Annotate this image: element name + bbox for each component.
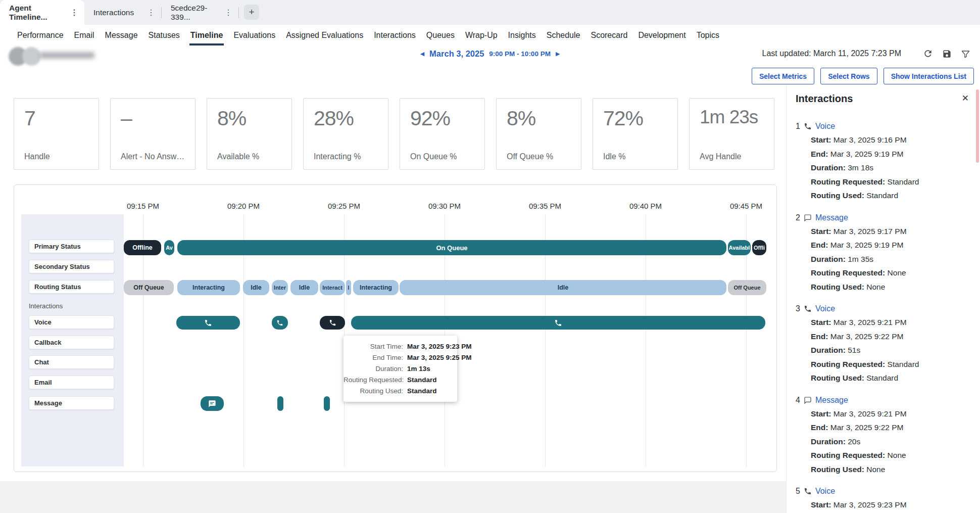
next-date-button[interactable]: ▶ [556,51,560,57]
nav-statuses[interactable]: Statuses [148,25,181,45]
field-routing-requested: Routing Requested: None [796,266,971,280]
metric-card-idle: 72% Idle % [593,98,678,170]
field-duration: Duration: 20s [796,435,971,449]
time-range: 9:00 PM - 10:00 PM [489,50,551,58]
list-item: 4 Message Start: Mar 3, 2025 9:21 PM End… [796,394,971,477]
metric-label: Idle % [603,152,674,161]
metric-value: 72% [603,107,674,130]
nav-queues[interactable]: Queues [425,25,456,45]
metric-label: Handle [24,152,95,161]
footer-strip [0,481,786,513]
field-duration: Duration: 3m 18s [796,161,971,175]
metric-value: – [121,107,192,130]
list-item: 5 Voice Start: Mar 3, 2025 9:23 PM [796,485,971,512]
message-interaction-pill[interactable] [277,396,283,411]
interaction-number: 4 [796,396,800,405]
metric-value: 8% [507,107,578,130]
axis-tick: 09:45 PM [723,202,769,210]
voice-interaction-pill[interactable] [351,316,765,330]
refresh-icon[interactable] [922,48,934,60]
voice-interaction-pill[interactable] [272,316,288,330]
show-interactions-list-button[interactable]: Show Interactions List [884,68,974,84]
nav-wrap-up[interactable]: Wrap-Up [464,25,499,45]
message-interaction-pill[interactable] [324,396,330,411]
phone-icon [804,487,812,495]
nav-topics[interactable]: Topics [696,25,720,45]
window-tab-interactions[interactable]: Interactions ⋮ [84,0,161,25]
new-tab-button[interactable]: + [244,5,259,20]
tab-menu-icon[interactable]: ⋮ [219,8,232,17]
metric-label: Alert - No Answ… [121,152,192,161]
filter-icon[interactable] [959,48,971,60]
nav-interactions[interactable]: Interactions [373,25,417,45]
routing-status-segment[interactable]: Idle [243,280,269,295]
metric-label: Avg Handle [700,152,771,161]
phone-icon [804,122,812,130]
nav-performance[interactable]: Performance [16,25,65,45]
routing-status-segment[interactable]: I [346,280,351,295]
voice-interaction-pill[interactable] [176,316,240,330]
tooltip-label: Routing Requested: [344,376,403,384]
nav-timeline[interactable]: Timeline [189,25,224,45]
nav-insights[interactable]: Insights [507,25,537,45]
primary-status-segment[interactable]: Offline [124,240,161,255]
tab-menu-icon[interactable]: ⋮ [65,8,78,17]
interaction-type-link[interactable]: Message [815,213,848,222]
field-end: End: Mar 3, 2025 9:22 PM [796,421,971,435]
nav-scorecard[interactable]: Scorecard [590,25,628,45]
primary-status-segment[interactable]: Av [164,240,174,255]
routing-status-segment[interactable]: Inter [272,280,288,295]
nav-assigned-evaluations[interactable]: Assigned Evaluations [285,25,364,45]
select-rows-button[interactable]: Select Rows [820,68,877,84]
interaction-number: 3 [796,304,800,313]
window-tab-agent-timeline[interactable]: Agent Timeline... ⋮ [0,0,84,25]
primary-status-segment[interactable]: On Queue [177,240,726,255]
scrollbar-thumb[interactable] [976,89,979,163]
field-routing-requested: Routing Requested: None [796,448,971,462]
metric-label: Off Queue % [507,152,578,161]
row-section-interactions: Interactions [29,302,63,310]
interaction-type-link[interactable]: Message [815,396,848,405]
list-item: 1 Voice Start: Mar 3, 2025 9:16 PM End: … [796,120,971,203]
select-metrics-button[interactable]: Select Metrics [752,68,814,84]
tab-menu-icon[interactable]: ⋮ [142,8,155,17]
interaction-type-link[interactable]: Voice [815,304,835,313]
primary-status-segment[interactable]: Offli [752,240,766,255]
panel-title: Interactions [796,93,971,105]
save-icon[interactable] [941,48,953,60]
routing-status-segment[interactable]: Interacting [177,280,240,295]
field-end: End: Mar 3, 2025 9:22 PM [796,330,971,344]
interaction-type-link[interactable]: Voice [815,122,835,131]
field-duration: Duration: 51s [796,343,971,357]
close-icon[interactable]: ✕ [962,93,969,104]
row-label-primary-status: Primary Status [29,240,114,253]
routing-status-segment[interactable]: Interacting [353,280,399,295]
nav-email[interactable]: Email [73,25,95,45]
last-updated-area: Last updated: March 11, 2025 7:23 PM [762,45,971,62]
routing-status-segment[interactable]: Off Queue [124,280,174,295]
nav-message[interactable]: Message [104,25,139,45]
message-interaction-pill[interactable] [201,396,224,411]
routing-status-segment[interactable]: Off Queue [728,280,766,295]
nav-schedule[interactable]: Schedule [546,25,581,45]
field-routing-used: Routing Used: None [796,462,971,477]
routing-status-segment[interactable]: Idle [400,280,726,295]
interaction-type-link[interactable]: Voice [815,487,835,496]
routing-status-segment[interactable]: Idle [290,280,318,295]
message-icon [804,214,812,222]
field-routing-used: Routing Used: Standard [796,371,971,385]
voice-interaction-pill-selected[interactable] [320,316,345,330]
interaction-number: 5 [796,487,800,496]
window-tab-guid[interactable]: 5cedce29-339... ⋮ [162,0,238,25]
field-duration: Duration: 1m 35s [796,252,971,266]
phone-icon [204,319,212,327]
list-item: 3 Voice Start: Mar 3, 2025 9:21 PM End: … [796,302,971,385]
metric-cards: 7 Handle – Alert - No Answ… 8% Available… [14,98,774,170]
nav-development[interactable]: Development [637,25,687,45]
field-routing-used: Routing Used: None [796,280,971,294]
interaction-number: 1 [796,122,800,131]
primary-status-segment[interactable]: Availabl [728,240,751,255]
routing-status-segment[interactable]: Interact [320,280,345,295]
nav-evaluations[interactable]: Evaluations [232,25,276,45]
prev-date-button[interactable]: ◀ [420,51,424,57]
